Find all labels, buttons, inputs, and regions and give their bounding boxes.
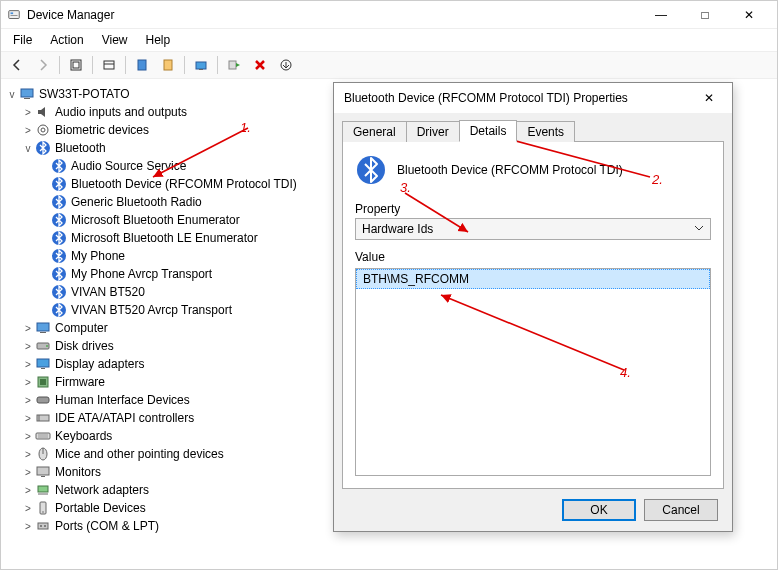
chevron-down-icon — [694, 222, 704, 236]
up-icon[interactable] — [64, 54, 88, 76]
tab-details[interactable]: Details — [459, 120, 518, 142]
expander-icon[interactable]: > — [21, 485, 35, 496]
expander-icon[interactable]: > — [21, 503, 35, 514]
window-title: Device Manager — [27, 8, 639, 22]
toolbar-separator — [92, 56, 93, 74]
dialog-close-icon[interactable]: ✕ — [696, 87, 722, 109]
tab-driver[interactable]: Driver — [406, 121, 460, 142]
bluetooth-icon — [51, 266, 67, 282]
expander-icon[interactable]: v — [21, 143, 35, 154]
expander-icon[interactable]: > — [21, 467, 35, 478]
back-icon[interactable] — [5, 54, 29, 76]
svg-rect-44 — [41, 476, 45, 477]
svg-rect-35 — [37, 397, 49, 403]
computer-icon — [19, 86, 35, 102]
tree-item-label: Bluetooth Device (RFCOMM Protocol TDI) — [71, 177, 297, 191]
expander-icon[interactable]: > — [21, 449, 35, 460]
update-driver-icon[interactable] — [274, 54, 298, 76]
refresh-icon[interactable] — [189, 54, 213, 76]
expander-icon[interactable]: > — [21, 377, 35, 388]
tree-item-label: Network adapters — [55, 483, 149, 497]
svg-rect-38 — [36, 433, 50, 439]
expander-icon[interactable]: > — [21, 341, 35, 352]
tree-item-label: My Phone Avrcp Transport — [71, 267, 212, 281]
svg-rect-49 — [38, 523, 48, 529]
minimize-button[interactable]: — — [639, 1, 683, 29]
audio-icon — [35, 104, 51, 120]
tree-item-label: Microsoft Bluetooth LE Enumerator — [71, 231, 258, 245]
ide-icon — [35, 410, 51, 426]
dialog-titlebar: Bluetooth Device (RFCOMM Protocol TDI) P… — [334, 83, 732, 113]
value-item[interactable]: BTH\MS_RFCOMM — [356, 269, 710, 289]
value-listbox[interactable]: BTH\MS_RFCOMM — [355, 268, 711, 476]
bluetooth-icon — [51, 176, 67, 192]
tree-item-label: VIVAN BT520 Avrcp Transport — [71, 303, 232, 317]
svg-point-30 — [46, 345, 48, 347]
scan-hardware-icon[interactable] — [222, 54, 246, 76]
tree-item-label: Mice and other pointing devices — [55, 447, 224, 461]
computer-icon — [35, 320, 51, 336]
properties-dialog: Bluetooth Device (RFCOMM Protocol TDI) P… — [333, 82, 733, 532]
svg-rect-5 — [104, 61, 114, 69]
properties-icon[interactable] — [130, 54, 154, 76]
tree-item-label: SW33T-POTATO — [39, 87, 130, 101]
svg-point-51 — [44, 525, 46, 527]
app-icon — [7, 8, 21, 22]
property-dropdown[interactable]: Hardware Ids — [355, 218, 711, 240]
maximize-button[interactable]: □ — [683, 1, 727, 29]
network-icon — [35, 482, 51, 498]
bluetooth-icon — [51, 302, 67, 318]
bluetooth-icon — [51, 158, 67, 174]
expander-icon[interactable]: > — [21, 395, 35, 406]
tree-item-label: Computer — [55, 321, 108, 335]
svg-point-50 — [40, 525, 42, 527]
property-label: Property — [355, 202, 711, 216]
close-button[interactable]: ✕ — [727, 1, 771, 29]
svg-rect-1 — [11, 12, 14, 14]
svg-point-15 — [38, 125, 48, 135]
tab-events[interactable]: Events — [516, 121, 575, 142]
dialog-tabs: General Driver Details Events — [334, 113, 732, 141]
svg-rect-28 — [40, 332, 46, 333]
show-hidden-icon[interactable] — [97, 54, 121, 76]
cancel-button[interactable]: Cancel — [644, 499, 718, 521]
tree-item-label: Firmware — [55, 375, 105, 389]
expander-icon[interactable]: > — [21, 521, 35, 532]
forward-icon[interactable] — [31, 54, 55, 76]
expander-icon[interactable]: > — [21, 431, 35, 442]
help-icon[interactable] — [156, 54, 180, 76]
svg-rect-0 — [9, 10, 20, 18]
tree-item-label: Disk drives — [55, 339, 114, 353]
firmware-icon — [35, 374, 51, 390]
expander-icon[interactable]: > — [21, 413, 35, 424]
uninstall-device-icon[interactable] — [248, 54, 272, 76]
menu-view[interactable]: View — [94, 31, 136, 49]
ok-button[interactable]: OK — [562, 499, 636, 521]
expander-icon[interactable]: v — [5, 89, 19, 100]
svg-rect-34 — [40, 379, 46, 385]
menu-bar: File Action View Help — [1, 29, 777, 51]
expander-icon[interactable]: > — [21, 323, 35, 334]
svg-rect-13 — [21, 89, 33, 97]
menu-file[interactable]: File — [5, 31, 40, 49]
svg-rect-43 — [37, 467, 49, 475]
property-selected: Hardware Ids — [362, 222, 433, 236]
tree-item-label: Audio inputs and outputs — [55, 105, 187, 119]
bluetooth-icon — [51, 248, 67, 264]
tab-general[interactable]: General — [342, 121, 407, 142]
tree-item-label: Display adapters — [55, 357, 144, 371]
expander-icon[interactable]: > — [21, 359, 35, 370]
toolbar — [1, 51, 777, 79]
hid-icon — [35, 392, 51, 408]
svg-rect-45 — [38, 486, 48, 492]
expander-icon[interactable]: > — [21, 107, 35, 118]
tree-item-label: VIVAN BT520 — [71, 285, 145, 299]
tree-item-label: Human Interface Devices — [55, 393, 190, 407]
menu-action[interactable]: Action — [42, 31, 91, 49]
svg-rect-14 — [24, 98, 30, 99]
tree-item-label: My Phone — [71, 249, 125, 263]
expander-icon[interactable]: > — [21, 125, 35, 136]
menu-help[interactable]: Help — [138, 31, 179, 49]
bluetooth-icon — [51, 284, 67, 300]
tree-item-label: Audio Source Service — [71, 159, 186, 173]
